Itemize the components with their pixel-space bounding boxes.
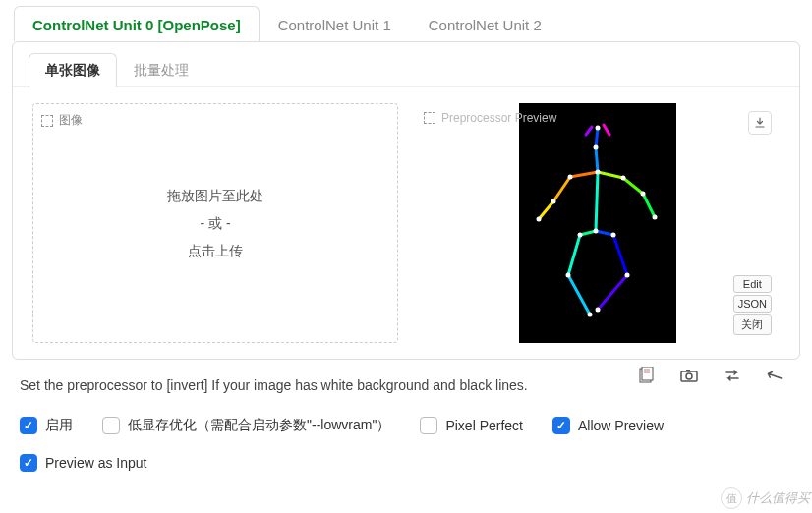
svg-point-27	[578, 233, 583, 238]
json-button[interactable]: JSON	[733, 295, 772, 313]
tab-batch[interactable]: 批量处理	[117, 53, 205, 87]
allow-label: Allow Preview	[578, 418, 664, 433]
svg-line-13	[568, 235, 580, 275]
svg-point-22	[537, 217, 542, 222]
preprocessor-preview: Preprocessor Preview	[416, 103, 780, 343]
svg-line-15	[613, 235, 627, 275]
enable-checkbox[interactable]: 启用	[20, 417, 73, 434]
image-icon	[424, 112, 435, 124]
pai-label: Preview as Input	[45, 455, 147, 471]
svg-line-10	[596, 172, 598, 231]
svg-point-18	[594, 145, 599, 150]
svg-point-32	[596, 308, 601, 313]
svg-line-7	[539, 201, 553, 219]
svg-line-1	[586, 127, 592, 135]
tab-unit-0[interactable]: ControlNet Unit 0 [OpenPose]	[14, 6, 260, 41]
send-icon[interactable]	[767, 367, 784, 384]
svg-line-5	[598, 172, 623, 178]
watermark-text: 什么值得买	[746, 489, 810, 507]
drop-line-2: - 或 -	[167, 209, 263, 237]
preview-header: Preprocessor Preview	[424, 111, 556, 125]
svg-point-26	[594, 229, 599, 234]
svg-point-19	[596, 170, 601, 175]
download-icon[interactable]	[748, 111, 772, 135]
content-row: 图像 拖放图片至此处 - 或 - 点击上传 Preprocessor Previ…	[13, 87, 799, 359]
svg-line-9	[643, 194, 655, 217]
dropzone-label: 图像	[59, 112, 83, 129]
action-icons	[637, 367, 784, 384]
svg-point-29	[566, 273, 571, 278]
pixel-label: Pixel Perfect	[445, 418, 523, 433]
drop-line-1: 拖放图片至此处	[167, 182, 263, 209]
svg-point-38	[686, 373, 692, 379]
svg-point-28	[611, 233, 616, 238]
svg-line-0	[596, 128, 598, 147]
svg-point-20	[568, 175, 573, 180]
svg-line-12	[596, 231, 613, 235]
checkbox-icon	[552, 417, 570, 434]
svg-line-16	[598, 275, 627, 310]
edit-button[interactable]: Edit	[733, 275, 772, 293]
document-icon[interactable]	[637, 367, 655, 384]
watermark-logo-icon: 值	[721, 487, 742, 509]
svg-point-24	[641, 192, 646, 197]
checkbox-icon	[20, 454, 37, 472]
close-button[interactable]: 关闭	[733, 314, 772, 335]
options-row-2: Preview as Input	[0, 440, 812, 485]
outer-tabs: ControlNet Unit 0 [OpenPose] ControlNet …	[0, 0, 812, 41]
controlnet-panel: 单张图像 批量处理 图像 拖放图片至此处 - 或 - 点击上传 Preproce…	[12, 41, 800, 360]
dropzone-header: 图像	[41, 112, 83, 129]
checkbox-icon	[420, 417, 437, 434]
allow-preview-checkbox[interactable]: Allow Preview	[552, 417, 664, 434]
swap-icon[interactable]	[724, 367, 741, 384]
svg-rect-39	[686, 370, 690, 371]
tab-single-image[interactable]: 单张图像	[29, 53, 117, 87]
svg-line-8	[623, 178, 643, 194]
svg-point-23	[621, 176, 626, 181]
svg-point-17	[596, 126, 601, 131]
preview-as-input-checkbox[interactable]: Preview as Input	[20, 454, 792, 472]
tab-unit-2[interactable]: ControlNet Unit 2	[410, 6, 560, 41]
watermark: 值 什么值得买	[721, 487, 810, 509]
dropzone-hint: 拖放图片至此处 - 或 - 点击上传	[167, 182, 263, 264]
pixel-perfect-checkbox[interactable]: Pixel Perfect	[420, 417, 523, 434]
svg-point-30	[588, 313, 593, 317]
svg-rect-34	[642, 367, 653, 380]
pose-image[interactable]	[519, 103, 676, 343]
lowvram-checkbox[interactable]: 低显存优化（需配合启动参数"--lowvram"）	[102, 417, 390, 434]
svg-line-4	[570, 172, 598, 177]
options-row-1: 启用 低显存优化（需配合启动参数"--lowvram"） Pixel Perfe…	[0, 397, 812, 440]
checkbox-icon	[20, 417, 37, 434]
svg-point-31	[625, 273, 630, 278]
svg-line-14	[568, 275, 590, 314]
svg-point-21	[551, 200, 556, 204]
preview-label: Preprocessor Preview	[441, 111, 556, 125]
download-svg	[754, 117, 766, 129]
svg-line-6	[553, 177, 570, 201]
preview-side-buttons: Edit JSON 关闭	[733, 275, 772, 335]
tab-unit-1[interactable]: ControlNet Unit 1	[260, 6, 410, 41]
svg-point-25	[653, 215, 658, 220]
drop-line-3: 点击上传	[167, 237, 263, 264]
svg-line-2	[604, 125, 609, 135]
image-dropzone[interactable]: 图像 拖放图片至此处 - 或 - 点击上传	[32, 103, 398, 343]
lowvram-label: 低显存优化（需配合启动参数"--lowvram"）	[128, 417, 390, 434]
inner-tabs: 单张图像 批量处理	[13, 42, 799, 87]
camera-icon[interactable]	[680, 367, 698, 384]
checkbox-icon	[102, 417, 120, 434]
enable-label: 启用	[45, 417, 73, 434]
svg-line-3	[596, 147, 598, 172]
image-icon	[41, 115, 53, 127]
